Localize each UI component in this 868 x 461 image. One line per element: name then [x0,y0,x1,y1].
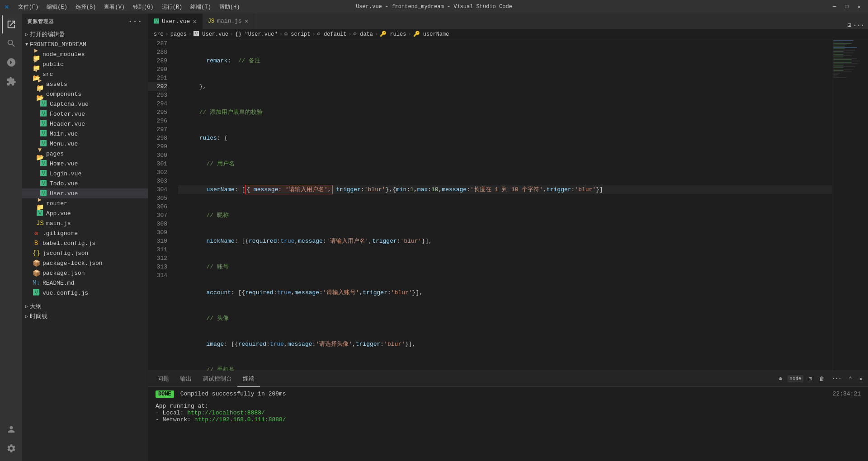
minimize-button[interactable]: ─ [830,3,839,11]
panel-up-button[interactable]: ⌃ [847,375,854,383]
breadcrumb-sep: › [165,31,169,38]
breadcrumb-default[interactable]: ⊕ default [317,31,347,38]
tree-main-js[interactable]: JS main.js [22,218,148,228]
timeline-section[interactable]: ▷ 时间线 [22,311,148,321]
breadcrumb-src[interactable]: src [154,31,164,38]
activity-search[interactable] [2,34,20,52]
sidebar-more-button[interactable]: ··· [128,18,142,26]
panel-close-button[interactable]: ✕ [858,375,864,383]
tree-item-label: router [46,200,67,207]
menu-bar[interactable]: 文件(F) 编辑(E) 选择(S) 查看(V) 转到(G) 运行(R) 终端(T… [14,2,244,12]
breadcrumb-pages[interactable]: pages [170,31,187,38]
tree-public[interactable]: ▶ 📁 public [22,59,148,69]
activity-account[interactable] [2,420,20,438]
menu-goto[interactable]: 转到(G) [129,2,157,12]
panel-tab-terminal[interactable]: 终端 [237,371,260,387]
panel-tab-output[interactable]: 输出 [175,371,197,387]
tree-readme[interactable]: M↓ README.md [22,278,148,288]
tree-item-label: README.md [42,280,74,287]
vue-file-icon: 🆅 [40,170,47,177]
tree-footer-vue[interactable]: 🆅 Footer.vue [22,109,148,119]
panel: 问题 输出 调试控制台 终端 ⊕ node ⊡ 🗑 [148,371,868,461]
activity-extensions[interactable] [2,72,20,90]
outline-section[interactable]: ▷ 大纲 [22,301,148,311]
tab-close-button[interactable]: ✕ [193,18,196,25]
code-line-297: // 头像 [178,314,832,323]
tree-pages[interactable]: ▼ 📂 pages [22,149,148,159]
close-button[interactable]: ✕ [855,3,863,11]
project-section[interactable]: ▼ FRONTEND_MYDREAM [22,39,148,49]
tree-item-label: Menu.vue [50,141,78,147]
menu-help[interactable]: 帮助(H) [216,2,244,12]
tree-login-vue[interactable]: 🆅 Login.vue [22,169,148,179]
tree-item-label: Footer.vue [50,111,85,118]
vue-file-icon: 🆅 [40,160,47,167]
tree-package-lock[interactable]: 📦 package-lock.json [22,258,148,268]
tree-babel-config[interactable]: B babel.config.js [22,238,148,248]
activity-settings[interactable] [2,439,20,457]
panel-tab-debug[interactable]: 调试控制台 [197,371,237,387]
activity-source-control[interactable] [2,53,20,71]
panel-more-button[interactable]: ··· [830,375,844,383]
open-editors-section[interactable]: ▷ 打开的编辑器 [22,29,148,39]
maximize-button[interactable]: □ [843,3,851,11]
breadcrumb-script2[interactable]: ⊕ script [284,31,311,38]
panel-tab-label: 问题 [157,375,169,383]
tab-user-vue[interactable]: 🆅 User.vue ✕ [148,14,203,29]
more-actions-button[interactable]: ··· [853,22,864,29]
breadcrumb-file[interactable]: 🆅 User.vue [193,31,228,38]
panel-split-button[interactable]: ⊡ [807,375,814,383]
folder-icon: ▶ 📁 [36,196,43,211]
menu-view[interactable]: 查看(V) [100,2,128,12]
breadcrumb-sep: › [312,31,316,38]
breadcrumb-username[interactable]: 🔑 userName [413,31,449,38]
tree-vue-config[interactable]: 🆅 vue.config.js [22,288,148,298]
tree-item-label: Home.vue [50,160,78,167]
menu-file[interactable]: 文件(F) [14,2,42,12]
code-line-289: // 添加用户表单的校验 [178,108,832,117]
menu-edit[interactable]: 编辑(E) [43,2,71,12]
network-link[interactable]: http://192.168.0.111:8888/ [194,416,286,423]
tree-router[interactable]: ▶ 📁 router [22,198,148,208]
menu-run[interactable]: 运行(R) [158,2,186,12]
local-link[interactable]: http://localhost:8888/ [187,409,265,416]
tree-app-vue[interactable]: 🆅 App.vue [22,208,148,218]
tree-node-modules[interactable]: ▶ 📁 node_modules [22,49,148,59]
tab-main-js[interactable]: JS main.js ✕ [203,14,254,29]
breadcrumb-script[interactable]: {} "User.vue" [235,31,278,38]
panel-tab-problems[interactable]: 问题 [152,371,175,387]
breadcrumb-rules[interactable]: 🔑 rules [380,31,406,38]
tree-item-label: User.vue [50,190,78,197]
tree-captcha-vue[interactable]: 🆅 Captcha.vue [22,99,148,109]
panel-trash-button[interactable]: 🗑 [817,375,826,383]
tree-item-label: vue.config.js [42,290,88,296]
tree-header-vue[interactable]: 🆅 Header.vue [22,119,148,129]
activity-explorer[interactable] [2,15,20,33]
tree-main-vue[interactable]: 🆅 Main.vue [22,129,148,139]
tree-item-label: node_modules [42,51,85,58]
tree-item-label: package-lock.json [42,260,103,267]
breadcrumb-data[interactable]: ⊕ data [354,31,373,38]
compiled-text: Compiled successfully in 209ms [180,390,286,397]
tree-package-json[interactable]: 📦 package.json [22,268,148,278]
tabs-bar: 🆅 User.vue ✕ JS main.js ✕ ⊡ ··· [148,14,868,29]
tab-close-button[interactable]: ✕ [245,17,248,25]
panel-add-button[interactable]: ⊕ [777,375,784,383]
code-content[interactable]: remark: // 备注 }, // 添加用户表单的校验 rules: { [171,39,832,371]
window-controls[interactable]: ─ □ ✕ [830,3,863,11]
tree-item-label: assets [46,81,67,88]
panel-tab-label: 终端 [243,375,255,383]
tree-todo-vue[interactable]: 🆅 Todo.vue [22,179,148,188]
tree-gitignore[interactable]: ⊘ .gitignore [22,228,148,238]
tree-home-vue[interactable]: 🆅 Home.vue [22,159,148,169]
sidebar-content: ▷ 打开的编辑器 ▼ FRONTEND_MYDREAM ▶ 📁 node_mod… [22,29,148,461]
js-tab-icon: JS [208,18,214,24]
code-editor[interactable]: 287 288 289 290 291 292 293 294 295 296 … [148,39,832,371]
tree-components[interactable]: ▼ 📂 components [22,89,148,99]
menu-terminal[interactable]: 终端(T) [187,2,215,12]
minimap [832,39,868,371]
tree-jsconfig[interactable]: {} jsconfig.json [22,248,148,258]
tree-item-label: public [42,61,64,68]
menu-select[interactable]: 选择(S) [72,2,100,12]
split-editor-button[interactable]: ⊡ [847,21,851,29]
